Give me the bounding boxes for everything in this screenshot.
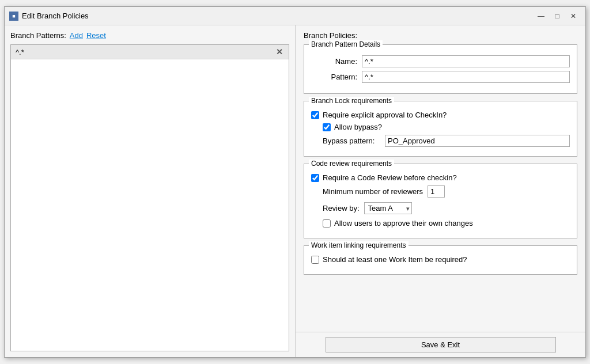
pattern-list: ^.* ✕ xyxy=(10,44,289,351)
work-item-group: Work item linking requirements Should at… xyxy=(304,245,577,275)
review-by-row: Review by: Team A Team B Everyone xyxy=(323,202,570,214)
name-label: Name: xyxy=(311,57,357,66)
branch-pattern-details-legend: Branch Pattern Details xyxy=(309,40,383,48)
bypass-pattern-row: Bypass pattern: xyxy=(323,135,570,147)
minimize-button[interactable]: — xyxy=(534,10,549,22)
left-panel: Branch Patterns: Add Reset ^.* ✕ xyxy=(5,25,296,357)
pattern-item-close-icon[interactable]: ✕ xyxy=(275,47,284,56)
right-panel: Branch Policies: Branch Pattern Details … xyxy=(296,25,585,357)
bottom-bar: Save & Exit xyxy=(296,332,585,357)
require-approval-row: Require explicit approval to CheckIn? xyxy=(311,111,570,119)
review-by-select-wrapper: Team A Team B Everyone xyxy=(364,202,412,214)
branch-pattern-details-group: Branch Pattern Details Name: Pattern: xyxy=(304,44,577,94)
code-review-legend: Code review requirements xyxy=(309,160,394,168)
window-title: Edit Branch Policies xyxy=(22,12,534,20)
pattern-input[interactable] xyxy=(362,71,570,83)
review-by-select[interactable]: Team A Team B Everyone xyxy=(364,202,412,214)
window-controls: — □ ✕ xyxy=(534,10,581,22)
close-button[interactable]: ✕ xyxy=(566,10,581,22)
add-link[interactable]: Add xyxy=(70,31,83,40)
window-icon: ■ xyxy=(9,12,18,21)
min-reviewers-input[interactable] xyxy=(428,185,445,198)
require-review-label: Require a Code Review before checkin? xyxy=(323,173,457,182)
name-row: Name: xyxy=(311,55,570,67)
branch-lock-legend: Branch Lock requirements xyxy=(309,97,394,105)
branch-lock-group: Branch Lock requirements Require explici… xyxy=(304,101,577,157)
title-bar: ■ Edit Branch Policies — □ ✕ xyxy=(5,7,585,25)
content-area: Branch Patterns: Add Reset ^.* ✕ Branch … xyxy=(5,25,585,357)
pattern-item-text: ^.* xyxy=(16,48,24,56)
bypass-pattern-input[interactable] xyxy=(385,135,570,147)
bypass-pattern-label: Bypass pattern: xyxy=(323,136,380,145)
code-review-group: Code review requirements Require a Code … xyxy=(304,164,577,238)
maximize-button[interactable]: □ xyxy=(550,10,565,22)
require-review-checkbox[interactable] xyxy=(311,174,319,182)
pattern-row: Pattern: xyxy=(311,71,570,83)
allow-own-label: Allow users to approve their own changes xyxy=(334,219,473,227)
work-item-checkbox[interactable] xyxy=(311,256,319,264)
reset-link[interactable]: Reset xyxy=(86,31,106,40)
allow-bypass-checkbox[interactable] xyxy=(323,123,331,131)
save-exit-button[interactable]: Save & Exit xyxy=(326,337,556,352)
min-reviewers-row: Minimum number of reviewers xyxy=(323,185,570,198)
pattern-label: Pattern: xyxy=(311,73,357,81)
branch-patterns-label: Branch Patterns: xyxy=(10,31,66,40)
right-scroll-area: Branch Policies: Branch Pattern Details … xyxy=(296,25,585,332)
min-reviewers-label: Minimum number of reviewers xyxy=(323,187,423,196)
require-review-row: Require a Code Review before checkin? xyxy=(311,173,570,182)
allow-bypass-label: Allow bypass? xyxy=(334,123,382,131)
branch-patterns-header: Branch Patterns: Add Reset xyxy=(10,31,289,40)
work-item-legend: Work item linking requirements xyxy=(309,241,409,249)
work-item-label: Should at least one Work Item be require… xyxy=(323,255,467,264)
allow-own-row: Allow users to approve their own changes xyxy=(323,219,570,227)
require-approval-checkbox[interactable] xyxy=(311,111,319,119)
name-input[interactable] xyxy=(362,55,570,67)
main-window: ■ Edit Branch Policies — □ ✕ Branch Patt… xyxy=(4,6,586,358)
list-item: ^.* ✕ xyxy=(11,45,289,59)
allow-own-checkbox[interactable] xyxy=(323,219,331,227)
branch-policies-title: Branch Policies: xyxy=(304,31,577,40)
work-item-row: Should at least one Work Item be require… xyxy=(311,255,570,264)
allow-bypass-row: Allow bypass? xyxy=(323,123,570,131)
require-approval-label: Require explicit approval to CheckIn? xyxy=(323,111,447,119)
review-by-label: Review by: xyxy=(323,204,360,213)
